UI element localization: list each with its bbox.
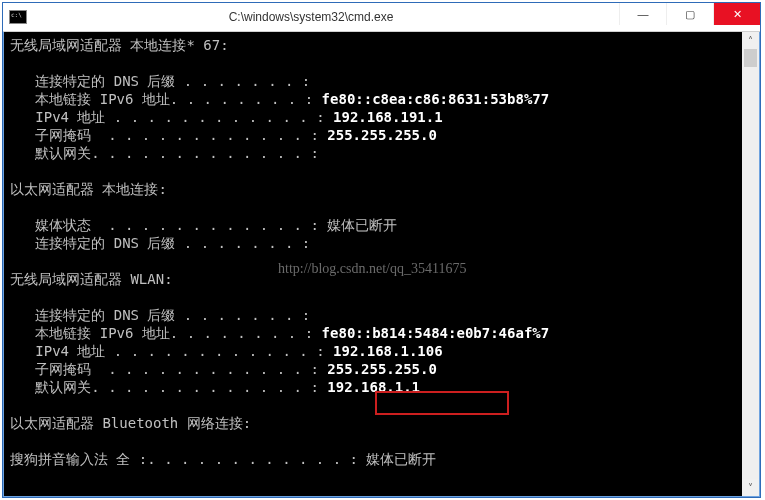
scroll-down-arrow-icon[interactable]: ˅: [742, 479, 759, 496]
cmd-icon-slot: [3, 10, 33, 24]
adapter-header-4: 以太网适配器 Bluetooth 网络连接:: [10, 415, 251, 431]
mask-value: 255.255.255.0: [327, 127, 437, 143]
cmd-window: C:\windows\system32\cmd.exe — ▢ ✕ 无线局域网适…: [2, 2, 761, 498]
vertical-scrollbar[interactable]: ˄ ˅: [742, 32, 759, 496]
ipv4-value-highlighted: 192.168.1.106: [333, 343, 443, 359]
mask-value: 255.255.255.0: [327, 361, 437, 377]
ipv6-value: fe80::c8ea:c86:8631:53b8%77: [322, 91, 550, 107]
maximize-button[interactable]: ▢: [666, 3, 713, 25]
adapter-header-1: 无线局域网适配器 本地连接* 67:: [10, 37, 229, 53]
ime-status-label: 搜狗拼音输入法 全 :. . . . . . . . . . . . :: [10, 451, 358, 467]
mask-label: 子网掩码 . . . . . . . . . . . . :: [35, 361, 319, 377]
gateway-value: 192.168.1.1: [327, 379, 420, 395]
cmd-icon: [9, 10, 27, 24]
ipv4-label: IPv4 地址 . . . . . . . . . . . . :: [35, 109, 324, 125]
scroll-thumb[interactable]: [744, 49, 757, 67]
ipv6-label: 本地链接 IPv6 地址. . . . . . . . :: [35, 91, 313, 107]
gateway-label: 默认网关. . . . . . . . . . . . . :: [35, 379, 319, 395]
gateway-label: 默认网关. . . . . . . . . . . . . :: [35, 145, 319, 161]
scroll-up-arrow-icon[interactable]: ˄: [742, 32, 759, 49]
minimize-button[interactable]: —: [619, 3, 666, 25]
window-title: C:\windows\system32\cmd.exe: [33, 10, 619, 24]
dns-suffix-line: 连接特定的 DNS 后缀 . . . . . . . :: [35, 307, 310, 323]
window-controls: — ▢ ✕: [619, 3, 760, 25]
mask-label: 子网掩码 . . . . . . . . . . . . :: [35, 127, 319, 143]
ipv4-label: IPv4 地址 . . . . . . . . . . . . :: [35, 343, 324, 359]
media-state-value: 媒体已断开: [327, 217, 397, 233]
dns-suffix-line: 连接特定的 DNS 后缀 . . . . . . . :: [35, 73, 310, 89]
ipv4-value: 192.168.191.1: [333, 109, 443, 125]
dns-suffix-line: 连接特定的 DNS 后缀 . . . . . . . :: [35, 235, 310, 251]
ipv6-value: fe80::b814:5484:e0b7:46af%7: [322, 325, 550, 341]
titlebar[interactable]: C:\windows\system32\cmd.exe — ▢ ✕: [3, 3, 760, 32]
ipv6-label: 本地链接 IPv6 地址. . . . . . . . :: [35, 325, 313, 341]
ime-status-value: 媒体已断开: [366, 451, 436, 467]
adapter-header-3: 无线局域网适配器 WLAN:: [10, 271, 173, 287]
close-button[interactable]: ✕: [713, 3, 760, 25]
media-state-label: 媒体状态 . . . . . . . . . . . . :: [35, 217, 319, 233]
console-output: 无线局域网适配器 本地连接* 67: 连接特定的 DNS 后缀 . . . . …: [4, 32, 759, 496]
adapter-header-2: 以太网适配器 本地连接:: [10, 181, 167, 197]
